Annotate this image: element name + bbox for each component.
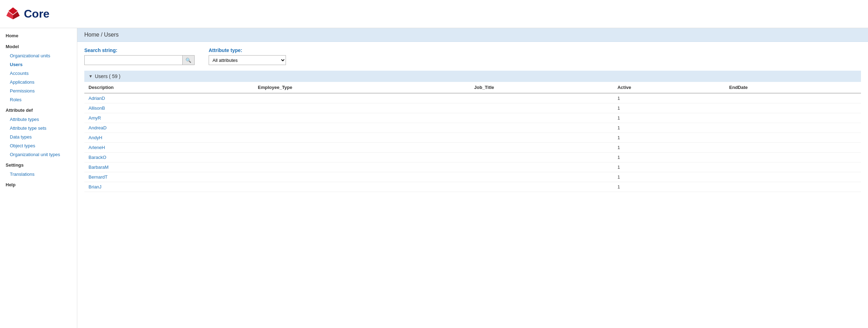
user-active-cell: 1 xyxy=(613,103,725,113)
search-input-row: 🔍 xyxy=(84,55,195,65)
sidebar-home-label[interactable]: Home xyxy=(0,31,77,40)
attribute-type-group: Attribute type: All attributes xyxy=(209,47,286,65)
table-row: ArleneH1 xyxy=(84,143,861,153)
user-job-title-cell xyxy=(470,153,613,162)
sidebar-section-attribute-def: Attribute def Attribute types Attribute … xyxy=(0,105,77,159)
table-row: AndreaD1 xyxy=(84,123,861,133)
user-end-date-cell xyxy=(725,182,861,192)
search-input[interactable] xyxy=(84,55,183,65)
table-header-row: ▼ Users ( 59 ) xyxy=(84,71,861,82)
user-end-date-cell xyxy=(725,103,861,113)
content-area: Home / Users Search string: 🔍 Attribute … xyxy=(77,28,868,328)
user-description-cell[interactable]: BarackO xyxy=(84,153,254,162)
user-description-cell[interactable]: AndreaD xyxy=(84,123,254,133)
main-layout: Home Model Organizational units Users Ac… xyxy=(0,28,868,328)
user-active-cell: 1 xyxy=(613,182,725,192)
attribute-type-select[interactable]: All attributes xyxy=(209,55,286,65)
user-active-cell: 1 xyxy=(613,172,725,182)
sidebar-item-org-unit-types[interactable]: Organizational unit types xyxy=(0,150,77,159)
table-row: AndyH1 xyxy=(84,133,861,143)
user-employee-type-cell xyxy=(254,162,470,172)
user-description-cell[interactable]: AmyR xyxy=(84,113,254,123)
user-end-date-cell xyxy=(725,133,861,143)
user-end-date-cell xyxy=(725,172,861,182)
user-job-title-cell xyxy=(470,93,613,103)
user-active-cell: 1 xyxy=(613,93,725,103)
logo-icon xyxy=(6,7,20,21)
search-button[interactable]: 🔍 xyxy=(183,55,195,65)
user-employee-type-cell xyxy=(254,182,470,192)
table-row: BarackO1 xyxy=(84,153,861,162)
user-employee-type-cell xyxy=(254,153,470,162)
user-description-cell[interactable]: BernardT xyxy=(84,172,254,182)
sidebar-item-translations[interactable]: Translations xyxy=(0,170,77,179)
user-active-cell: 1 xyxy=(613,162,725,172)
user-description-cell[interactable]: BrianJ xyxy=(84,182,254,192)
sidebar-item-permissions[interactable]: Permissions xyxy=(0,86,77,95)
user-job-title-cell xyxy=(470,123,613,133)
user-job-title-cell xyxy=(470,133,613,143)
users-table: Description Employee_Type Job_Title Acti… xyxy=(84,82,861,192)
col-job-title: Job_Title xyxy=(470,82,613,93)
user-active-cell: 1 xyxy=(613,153,725,162)
collapse-icon[interactable]: ▼ xyxy=(89,74,93,79)
user-employee-type-cell xyxy=(254,123,470,133)
logo-area: Core xyxy=(6,7,50,21)
sidebar-item-users[interactable]: Users xyxy=(0,60,77,69)
col-employee-type: Employee_Type xyxy=(254,82,470,93)
sidebar-item-data-types[interactable]: Data types xyxy=(0,133,77,141)
table-row: BernardT1 xyxy=(84,172,861,182)
user-end-date-cell xyxy=(725,153,861,162)
table-row: AllisonB1 xyxy=(84,103,861,113)
search-icon: 🔍 xyxy=(185,58,191,63)
user-employee-type-cell xyxy=(254,172,470,182)
user-active-cell: 1 xyxy=(613,133,725,143)
search-string-group: Search string: 🔍 xyxy=(84,47,195,65)
search-area: Search string: 🔍 Attribute type: All att… xyxy=(77,42,868,71)
sidebar-item-applications[interactable]: Applications xyxy=(0,78,77,86)
sidebar-model-title: Model xyxy=(0,42,77,51)
user-active-cell: 1 xyxy=(613,143,725,153)
user-employee-type-cell xyxy=(254,143,470,153)
attribute-type-label: Attribute type: xyxy=(209,47,286,53)
user-job-title-cell xyxy=(470,103,613,113)
user-description-cell[interactable]: ArleneH xyxy=(84,143,254,153)
sidebar-attribute-def-title: Attribute def xyxy=(0,105,77,115)
logo-text: Core xyxy=(24,7,50,20)
user-end-date-cell xyxy=(725,113,861,123)
sidebar-item-attribute-types[interactable]: Attribute types xyxy=(0,115,77,124)
sidebar-section-settings: Settings Translations xyxy=(0,160,77,179)
table-row: BarbaraM1 xyxy=(84,162,861,172)
col-end-date: EndDate xyxy=(725,82,861,93)
user-job-title-cell xyxy=(470,162,613,172)
table-area: ▼ Users ( 59 ) Description Employee_Type… xyxy=(77,71,868,199)
user-job-title-cell xyxy=(470,182,613,192)
sidebar-item-attribute-type-sets[interactable]: Attribute type sets xyxy=(0,124,77,133)
sidebar: Home Model Organizational units Users Ac… xyxy=(0,28,77,328)
user-job-title-cell xyxy=(470,172,613,182)
sidebar-help-title: Help xyxy=(0,180,77,189)
sidebar-section-help: Help xyxy=(0,180,77,189)
search-string-label: Search string: xyxy=(84,47,195,53)
sidebar-item-roles[interactable]: Roles xyxy=(0,95,77,104)
sidebar-item-org-units[interactable]: Organizational units xyxy=(0,51,77,60)
user-description-cell[interactable]: AllisonB xyxy=(84,103,254,113)
user-description-cell[interactable]: AdrianD xyxy=(84,93,254,103)
user-active-cell: 1 xyxy=(613,113,725,123)
user-active-cell: 1 xyxy=(613,123,725,133)
user-employee-type-cell xyxy=(254,103,470,113)
col-active: Active xyxy=(613,82,725,93)
table-column-headers: Description Employee_Type Job_Title Acti… xyxy=(84,82,861,93)
table-row: BrianJ1 xyxy=(84,182,861,192)
user-job-title-cell xyxy=(470,113,613,123)
user-description-cell[interactable]: AndyH xyxy=(84,133,254,143)
top-header: Core xyxy=(0,0,868,28)
col-description: Description xyxy=(84,82,254,93)
sidebar-item-object-types[interactable]: Object types xyxy=(0,141,77,150)
sidebar-settings-title: Settings xyxy=(0,160,77,170)
user-description-cell[interactable]: BarbaraM xyxy=(84,162,254,172)
table-header-label: Users ( 59 ) xyxy=(95,73,120,79)
user-employee-type-cell xyxy=(254,133,470,143)
sidebar-item-accounts[interactable]: Accounts xyxy=(0,69,77,78)
table-row: AdrianD1 xyxy=(84,93,861,103)
